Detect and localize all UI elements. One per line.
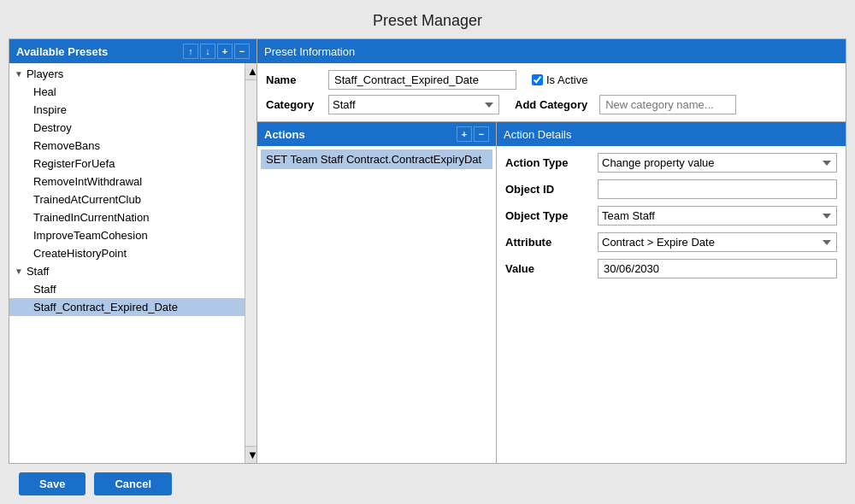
list-item[interactable]: RemoveBans	[9, 137, 245, 155]
add-action-icon[interactable]: +	[457, 126, 472, 142]
move-up-icon[interactable]: ↑	[183, 44, 198, 59]
action-type-select[interactable]: Change property value	[598, 153, 837, 173]
preset-info-title: Preset Information	[264, 45, 355, 58]
attribute-label: Attribute	[505, 236, 591, 249]
category-label: Category	[266, 98, 321, 111]
attribute-select[interactable]: Contract > Expire Date	[598, 232, 837, 252]
is-active-checkbox[interactable]	[532, 74, 543, 85]
action-details-body: Action Type Change property value Object…	[497, 146, 846, 463]
actions-header: Actions + −	[257, 122, 496, 146]
move-down-icon[interactable]: ↓	[200, 44, 215, 59]
list-item[interactable]: CreateHistoryPoint	[9, 244, 245, 262]
object-id-input[interactable]	[598, 179, 837, 199]
value-input[interactable]	[598, 259, 837, 278]
list-item[interactable]: RemoveIntWithdrawal	[9, 173, 245, 190]
remove-preset-icon[interactable]: −	[234, 44, 250, 59]
object-id-label: Object ID	[505, 183, 591, 196]
action-details-title: Action Details	[504, 128, 571, 141]
list-item[interactable]: Staff_Contract_Expired_Date	[9, 298, 245, 316]
players-arrow: ▼	[15, 69, 23, 79]
save-button[interactable]: Save	[19, 472, 86, 495]
preset-name-input[interactable]	[328, 70, 516, 90]
preset-info-body: Name Is Active Category Staff Players Ad…	[257, 63, 846, 122]
cancel-button[interactable]: Cancel	[94, 472, 172, 495]
staff-arrow: ▼	[15, 267, 23, 276]
name-label: Name	[266, 73, 321, 86]
actions-body: SET Team Staff Contract.ContractExpiryDa…	[257, 146, 496, 463]
list-item[interactable]: Heal	[9, 83, 245, 101]
add-preset-icon[interactable]: +	[217, 44, 233, 59]
list-item[interactable]: SET Team Staff Contract.ContractExpiryDa…	[261, 149, 492, 169]
scroll-down-arrow[interactable]: ▼	[245, 446, 256, 463]
players-group-label: Players	[27, 67, 63, 80]
available-presets-header: Available Presets ↑ ↓ + −	[9, 39, 256, 63]
list-item[interactable]: TrainedInCurrentNation	[9, 208, 245, 226]
actions-title: Actions	[264, 128, 305, 141]
staff-group[interactable]: ▼ Staff	[9, 262, 245, 280]
value-label: Value	[505, 262, 591, 275]
preset-info-header: Preset Information	[257, 39, 846, 63]
action-details-header: Action Details	[497, 122, 846, 146]
add-category-label: Add Category	[515, 98, 587, 111]
list-item[interactable]: ImproveTeamCohesion	[9, 226, 245, 244]
is-active-label: Is Active	[546, 73, 587, 86]
object-type-select[interactable]: Team Staff	[598, 206, 837, 226]
list-item[interactable]: RegisterForUefa	[9, 155, 245, 173]
list-item[interactable]: Staff	[9, 280, 245, 298]
list-item[interactable]: Inspire	[9, 101, 245, 119]
players-group[interactable]: ▼ Players	[9, 65, 245, 83]
staff-group-label: Staff	[27, 265, 50, 278]
tree-scrollbar[interactable]: ▲ ▼	[245, 63, 256, 463]
list-item[interactable]: TrainedAtCurrentClub	[9, 190, 245, 208]
object-type-label: Object Type	[505, 209, 591, 222]
page-title: Preset Manager	[373, 0, 482, 38]
new-category-input[interactable]	[599, 95, 736, 114]
scroll-up-arrow[interactable]: ▲	[245, 63, 256, 80]
category-select[interactable]: Staff Players	[328, 95, 499, 114]
list-item[interactable]: Destroy	[9, 119, 245, 137]
remove-action-icon[interactable]: −	[474, 126, 489, 142]
available-presets-title: Available Presets	[16, 45, 108, 58]
bottom-bar: Save Cancel	[9, 464, 846, 504]
action-type-label: Action Type	[505, 156, 591, 169]
